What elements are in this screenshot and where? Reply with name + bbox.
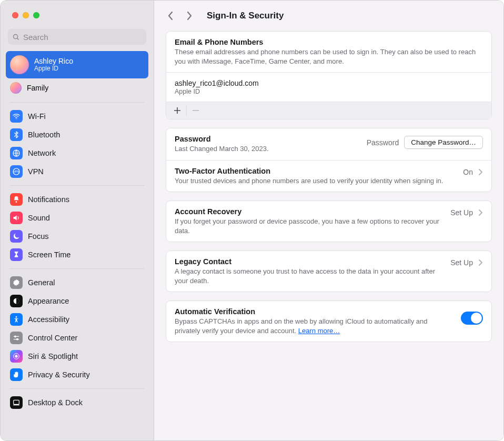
sidebar: Ashley Rico Apple ID Family Wi-FiBluetoo… — [1, 1, 154, 440]
row-automatic-verification: Automatic Verification Bypass CAPTCHAs i… — [166, 301, 491, 342]
sidebar-item-desktop-dock[interactable]: Desktop & Dock — [6, 394, 148, 411]
minimize-icon[interactable] — [23, 12, 29, 18]
status-text: Set Up — [450, 258, 473, 267]
svg-point-0 — [14, 34, 18, 38]
sidebar-item-family[interactable]: Family — [6, 79, 148, 97]
change-password-button[interactable]: Change Password… — [404, 136, 483, 149]
add-button[interactable] — [169, 104, 185, 117]
sidebar-item-appearance[interactable]: Appearance — [6, 293, 148, 309]
hand-icon — [10, 368, 23, 381]
vpn-icon: VPN — [10, 165, 23, 178]
card-automatic-verification: Automatic Verification Bypass CAPTCHAs i… — [166, 300, 492, 342]
sidebar-item-notifications[interactable]: Notifications — [6, 191, 148, 208]
access-icon — [10, 313, 23, 326]
window-controls — [12, 12, 39, 18]
dock-icon — [10, 396, 23, 409]
remove-button — [188, 104, 204, 117]
automatic-verification-toggle[interactable] — [461, 312, 483, 325]
section-desc: If you forget your password or device pa… — [175, 217, 444, 235]
sidebar-item-accessibility[interactable]: Accessibility — [6, 311, 148, 328]
chevron-right-icon — [478, 259, 483, 266]
sidebar-item-screen-time[interactable]: Screen Time — [6, 246, 148, 263]
sidebar-item-label: Siri & Spotlight — [28, 352, 78, 360]
svg-point-6 — [16, 201, 17, 203]
svg-point-9 — [16, 316, 17, 318]
sidebar-item-apple-id[interactable]: Ashley Rico Apple ID — [6, 51, 148, 78]
section-desc: Last Changed March 30, 2023. — [175, 144, 360, 154]
svg-text:VPN: VPN — [14, 170, 19, 173]
search-field[interactable] — [8, 29, 146, 45]
svg-rect-16 — [14, 400, 19, 404]
section-title: Legacy Contact — [175, 257, 444, 266]
sidebar-item-control-center[interactable]: Control Center — [6, 329, 148, 346]
row-account-recovery[interactable]: Account Recovery If you forget your pass… — [166, 201, 491, 242]
section-desc: Bypass CAPTCHAs in apps and on the web b… — [175, 317, 455, 335]
sidebar-item-bluetooth[interactable]: Bluetooth — [6, 126, 148, 143]
row-password: Password Last Changed March 30, 2023. Pa… — [166, 128, 491, 160]
sidebar-item-label: General — [28, 278, 55, 287]
sidebar-item-general[interactable]: General — [6, 274, 148, 291]
search-icon — [12, 33, 20, 41]
sidebar-item-label: Notifications — [28, 195, 69, 204]
plus-icon — [174, 107, 181, 114]
header: Sign-In & Security — [154, 1, 503, 29]
search-input[interactable] — [23, 33, 142, 42]
add-remove-bar — [166, 102, 491, 119]
close-icon[interactable] — [12, 12, 18, 18]
sidebar-item-privacy-security[interactable]: Privacy & Security — [6, 366, 148, 383]
svg-point-11 — [15, 336, 16, 337]
siri-icon — [10, 350, 23, 363]
section-title: Account Recovery — [175, 207, 444, 216]
sidebar-item-focus[interactable]: Focus — [6, 228, 148, 245]
sidebar-item-label: Wi-Fi — [28, 112, 46, 121]
status-text: Set Up — [450, 208, 473, 217]
sidebar-item-siri-spotlight[interactable]: Siri & Spotlight — [6, 348, 148, 365]
bell-icon — [10, 193, 23, 206]
svg-line-1 — [17, 38, 19, 39]
sidebar-item-label: Desktop & Dock — [28, 398, 83, 407]
fullscreen-icon[interactable] — [33, 12, 39, 18]
settings-window: Ashley Rico Apple ID Family Wi-FiBluetoo… — [0, 0, 504, 441]
row-legacy-contact[interactable]: Legacy Contact A legacy contact is someo… — [166, 251, 491, 292]
sidebar-item-network[interactable]: Network — [6, 145, 148, 162]
user-subtitle: Apple ID — [34, 65, 73, 73]
sidebar-item-label: Appearance — [28, 297, 69, 305]
card-account-recovery: Account Recovery If you forget your pass… — [166, 201, 492, 242]
sidebar-item-label: Screen Time — [28, 250, 70, 259]
hour-icon — [10, 248, 23, 261]
user-name: Ashley Rico — [34, 57, 73, 65]
password-hint: Password — [367, 138, 399, 147]
section-title: Two-Factor Authentication — [175, 167, 457, 175]
bt-icon — [10, 128, 23, 141]
forward-button[interactable] — [185, 9, 194, 23]
chevron-right-icon — [478, 209, 483, 216]
gear-icon — [10, 276, 23, 289]
sidebar-item-sound[interactable]: Sound — [6, 209, 148, 226]
sidebar-item-label: Accessibility — [28, 315, 69, 324]
svg-point-13 — [17, 338, 18, 340]
section-desc: A legacy contact is someone you trust to… — [175, 267, 444, 285]
sound-icon — [10, 212, 23, 224]
minus-icon — [192, 107, 199, 114]
main-pane: Sign-In & Security Email & Phone Numbers… — [154, 1, 503, 440]
section-title: Password — [175, 135, 360, 143]
cc-icon — [10, 332, 23, 344]
wifi-icon — [10, 110, 23, 123]
svg-point-15 — [15, 355, 17, 357]
sidebar-item-wi-fi[interactable]: Wi-Fi — [6, 108, 148, 125]
learn-more-link[interactable]: Learn more… — [298, 327, 340, 335]
sidebar-item-label: Control Center — [28, 334, 77, 342]
moon-icon — [10, 230, 23, 243]
back-button[interactable] — [166, 9, 175, 23]
page-title: Sign-In & Security — [207, 11, 284, 21]
section-title: Automatic Verification — [175, 307, 455, 316]
status-text: On — [463, 168, 473, 176]
globe-icon — [10, 147, 23, 159]
row-two-factor[interactable]: Two-Factor Authentication Your trusted d… — [166, 160, 491, 192]
sidebar-item-label: Family — [27, 84, 48, 92]
email-value: ashley_rico1@icloud.com — [175, 79, 483, 87]
email-subtype: Apple ID — [175, 88, 483, 95]
sidebar-item-vpn[interactable]: VPNVPN — [6, 163, 148, 180]
email-row[interactable]: ashley_rico1@icloud.com Apple ID — [166, 72, 491, 102]
chevron-right-icon — [478, 168, 483, 176]
